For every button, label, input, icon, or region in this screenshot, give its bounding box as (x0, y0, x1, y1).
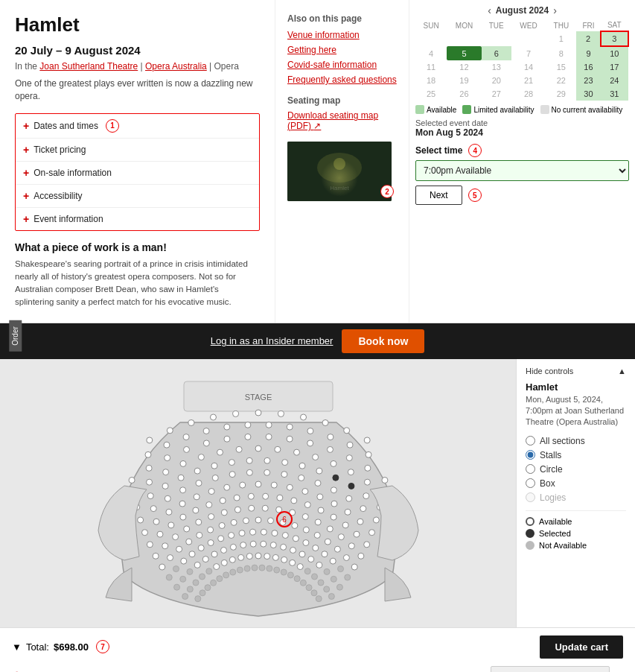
seat-r9-s4[interactable] (194, 468, 200, 474)
seat-r0-s11[interactable] (258, 565, 264, 571)
seat-r12-s9[interactable] (307, 428, 313, 434)
seat-r8-s9[interactable] (281, 471, 287, 477)
seat-r9-s14[interactable] (363, 492, 368, 498)
seat-r7-s0[interactable] (141, 529, 147, 535)
seat-r6-s7[interactable] (234, 495, 240, 501)
seat-r1-s17[interactable] (311, 574, 317, 580)
insider-login-button[interactable]: Log in as an Insider member (211, 335, 334, 346)
seat-r7-s3[interactable] (179, 501, 185, 507)
seat-r1-s13[interactable] (281, 557, 287, 562)
seat-r2-s10[interactable] (260, 541, 266, 547)
seat-r3-s7[interactable] (228, 532, 234, 538)
seating-diagram[interactable]: STAGE (65, 367, 452, 620)
seat-r3-s4[interactable] (198, 545, 204, 551)
seat-r8-s0[interactable] (137, 517, 143, 523)
seat-r10-s12[interactable] (348, 469, 354, 475)
seat-r6-s4[interactable] (192, 507, 198, 513)
seat-r5-s0[interactable] (153, 553, 159, 559)
seat-r1-s14[interactable] (289, 560, 295, 565)
calendar-day-23[interactable]: 23 (576, 74, 600, 87)
seat-r7-s6[interactable] (223, 484, 229, 490)
getting-here-link[interactable]: Getting here (287, 45, 397, 55)
seat-r2-s12[interactable] (280, 544, 286, 550)
update-cart-button[interactable]: Update cart (540, 635, 623, 659)
seat-r4-s1[interactable] (167, 554, 173, 560)
section-all-radio[interactable] (526, 436, 535, 446)
seat-r0-s9[interactable] (244, 565, 250, 571)
seat-r13-s5[interactable] (232, 411, 238, 416)
accordion-onsale[interactable]: + On-sale information (16, 162, 259, 185)
seat-r1-s0[interactable] (182, 593, 188, 599)
seat-r9-s13[interactable] (348, 483, 354, 489)
seat-r9-s10[interactable] (299, 463, 305, 469)
calendar-day-5[interactable]: 5 (447, 46, 482, 60)
seat-r13-s9[interactable] (322, 419, 328, 425)
seat-r12-s7[interactable] (266, 422, 272, 428)
seat-r4-s5[interactable] (207, 527, 213, 533)
seat-r6-s2[interactable] (167, 522, 173, 527)
seat-r13-s4[interactable] (210, 414, 216, 420)
calendar-prev-btn[interactable]: ‹ (483, 4, 496, 16)
seat-r10-s11[interactable] (330, 460, 336, 466)
seat-r4-s6[interactable] (219, 522, 225, 528)
seat-r0-s16[interactable] (294, 575, 300, 581)
seat-r3-s2[interactable] (180, 558, 186, 564)
seat-r1-s19[interactable] (323, 586, 329, 592)
seat-r0-s17[interactable] (300, 580, 306, 586)
seat-r6-s13[interactable] (318, 507, 324, 513)
accordion-dates[interactable]: + Dates and times 1 (16, 114, 259, 139)
venue-info-link[interactable]: Venue information (287, 30, 397, 40)
seat-r6-s11[interactable] (290, 498, 296, 504)
section-stalls-radio[interactable] (526, 450, 535, 460)
seat-r12-s6[interactable] (244, 422, 250, 428)
seat-r8-s4[interactable] (196, 480, 202, 486)
seat-r5-s13[interactable] (315, 519, 321, 524)
seat-r13-s8[interactable] (300, 414, 306, 420)
seat-r3-s10[interactable] (261, 529, 267, 535)
seat-r4-s10[interactable] (267, 517, 273, 523)
seat-r10-s9[interactable] (293, 449, 299, 455)
seat-r4-s18[interactable] (351, 564, 357, 570)
seat-r8-s12[interactable] (331, 486, 336, 492)
seat-r2-s1[interactable] (179, 576, 185, 582)
seat-r1-s5[interactable] (213, 563, 219, 569)
seat-r1-s10[interactable] (255, 553, 261, 559)
seat-r6-s1[interactable] (156, 531, 162, 537)
seat-r10-s10[interactable] (312, 454, 318, 460)
seat-r2-s4[interactable] (202, 556, 208, 562)
seat-r0-s5[interactable] (216, 575, 222, 581)
calendar-next-btn[interactable]: › (549, 4, 561, 16)
seat-r0-s7[interactable] (229, 569, 235, 575)
section-box-radio[interactable] (526, 478, 535, 488)
seat-r3-s18[interactable] (337, 565, 343, 571)
seat-r0-s10[interactable] (252, 565, 258, 571)
seat-r1-s1[interactable] (187, 586, 193, 592)
seat-r2-s15[interactable] (307, 556, 313, 562)
seat-r0-s18[interactable] (306, 584, 312, 590)
calendar-day-9[interactable]: 9 (576, 46, 600, 60)
seat-r4-s13[interactable] (303, 527, 309, 533)
seat-r10-s13[interactable] (364, 479, 370, 485)
cart-collapse-icon[interactable]: ▼ (12, 641, 22, 653)
seat-r3-s9[interactable] (249, 529, 255, 535)
seat-r5-s15[interactable] (338, 533, 344, 539)
seat-r11-s11[interactable] (346, 454, 352, 460)
seat-r4-s12[interactable] (291, 522, 297, 528)
seat-r2-s8[interactable] (240, 542, 246, 548)
covid-safe-link[interactable]: Covid-safe information (287, 60, 397, 70)
calendar-day-16[interactable]: 16 (576, 60, 600, 74)
section-circle[interactable]: Circle (526, 464, 626, 475)
seat-r13-s1[interactable] (146, 437, 152, 443)
seat-r4-s9[interactable] (255, 517, 261, 523)
calendar-day-17[interactable]: 17 (601, 60, 628, 74)
seat-r5-s8[interactable] (248, 505, 254, 511)
seat-r4-s0[interactable] (159, 564, 165, 570)
seat-r10-s7[interactable] (255, 446, 261, 451)
seat-r0-s19[interactable] (310, 589, 316, 595)
seat-r12-s4[interactable] (203, 428, 209, 434)
seat-r3-s12[interactable] (282, 532, 288, 538)
seat-r3-s0[interactable] (166, 574, 172, 580)
seat-r8-s3[interactable] (179, 486, 185, 492)
seat-r10-s3[interactable] (180, 460, 186, 466)
seat-r6-s8[interactable] (248, 493, 254, 499)
